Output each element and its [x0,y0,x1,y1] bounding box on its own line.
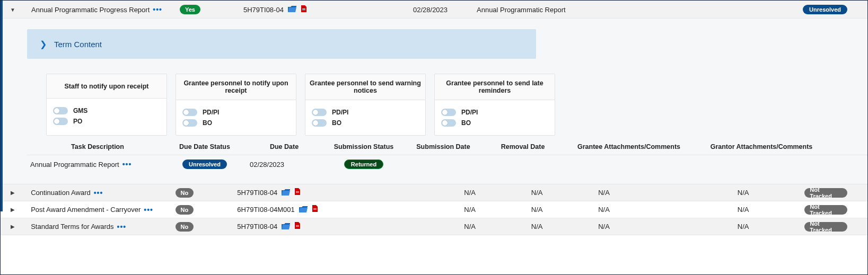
grant-cell: 5H79TI08-04 [237,188,402,197]
more-actions-icon[interactable]: ••• [122,162,132,167]
toggle-pdpi[interactable] [182,109,197,116]
sub-head-dds: Due Date Status [165,143,244,150]
toggle-po[interactable] [53,118,68,125]
toggle-label: BO [203,119,212,127]
pdf-icon[interactable] [294,222,301,231]
type-cell: Annual Programmatic Report [477,6,636,14]
folder-icon[interactable] [282,223,290,231]
term-content-toggle[interactable]: ❯ Term Content [27,29,536,59]
sub-dd: 02/28/2023 [244,161,324,168]
table-row: ▶ Post Award Amendment - Carryover ••• N… [1,201,867,218]
status-badge: Not Tracked [804,222,847,232]
toggle-pdpi[interactable] [441,109,456,116]
term-content-label: Term Content [54,40,102,49]
flag-badge: No [176,222,194,232]
sub-dds: Unresolved [165,159,244,169]
card-grantee-late: Grantee personnel to send late reminders… [434,74,555,136]
card-header: Staff to notify upon receipt [47,74,166,99]
flag-badge: No [176,188,194,198]
card-staff-notify: Staff to notify upon receipt GMS PO [46,74,167,136]
col7-cell: N/A [598,223,738,230]
col5-cell: N/A [531,206,598,214]
chevron-right-icon: ❯ [40,39,47,49]
card-header: Grantee personnel to send late reminders [435,74,555,100]
card-grantee-warning: Grantee personnel to send warn­ing notic… [305,74,426,136]
more-actions-icon[interactable]: ••• [153,7,162,12]
sub-desc: Annual Programmatic Report ••• [27,161,165,168]
folder-icon[interactable] [288,5,296,14]
row-title: Post Award Amendment - Carryover [31,206,141,214]
col5-cell: N/A [531,189,598,197]
toggle-label: PD/PI [203,109,219,116]
sub-head-gac: Grantee Attachments/Comments [563,143,695,150]
col7-cell: N/A [598,206,738,214]
due-date-status-badge: Unresolved [182,159,227,169]
more-actions-icon[interactable]: ••• [117,224,127,229]
status-badge: Unresolved [803,5,847,14]
sub-table-row: Annual Programmatic Report ••• Unresolve… [27,155,867,173]
notification-cards: Staff to notify upon receipt GMS PO Gran… [46,74,867,136]
toggle-bo[interactable] [182,119,197,127]
pdf-icon[interactable] [294,188,301,197]
status-cell: Not Tracked [804,222,863,232]
row-title-cell: Annual Programmatic Progress Report ••• [21,6,180,14]
col5-cell: N/A [531,223,598,230]
sub-ss: Returned [324,159,404,169]
expand-caret[interactable]: ▶ [5,207,20,212]
folder-icon[interactable] [282,189,290,197]
flag-cell: Yes [180,5,243,14]
status-badge: Not Tracked [804,188,847,198]
folder-icon[interactable] [299,206,308,214]
card-header: Grantee personnel to notify upon receipt [176,74,296,100]
row-title: Standard Terms for Awards [31,223,113,230]
row-title-cell: Continuation Award ••• [20,189,175,197]
toggle-label: BO [332,119,341,127]
type-cell: N/A [464,189,531,197]
row-title-cell: Post Award Amendment - Carryover ••• [20,206,175,214]
toggle-bo[interactable] [312,119,327,127]
detail-panel: ❯ Term Content Staff to notify upon rece… [1,19,867,184]
type-cell: N/A [464,206,531,214]
pdf-icon[interactable] [312,205,318,214]
sub-head-grc: Grantor Attachments/Comments [695,143,828,150]
grant-number: 5H79TI08-04 [243,6,284,14]
toggle-gms[interactable] [53,107,68,114]
status-badge: Not Tracked [804,205,847,215]
col6-cell: N/A [738,223,804,230]
col6-cell: N/A [738,189,804,197]
toggle-pdpi[interactable] [312,109,327,116]
date-cell: 02/28/2023 [413,6,477,14]
toggle-bo[interactable] [441,119,456,127]
table-row: ▶ Continuation Award ••• No 5H79TI08-04 … [1,184,867,201]
more-actions-icon[interactable]: ••• [94,190,103,196]
pdf-icon[interactable] [301,5,307,14]
table-row: ▼ Annual Programmatic Progress Report ••… [1,1,867,19]
sub-head-dd: Due Date [244,143,324,150]
flag-cell: No [176,222,238,232]
row-title: Annual Programmatic Progress Report [31,6,150,14]
more-actions-icon[interactable]: ••• [144,207,153,212]
grant-number: 5H79TI08-04 [237,189,277,197]
toggle-label: PD/PI [461,109,478,116]
sub-table-header: Task Description Due Date Status Due Dat… [27,136,867,155]
flag-badge: Yes [180,5,200,14]
sub-head-sd: Submission Date [404,143,483,150]
selection-indicator [1,1,3,211]
sub-desc-text: Annual Programmatic Report [30,161,119,168]
toggle-label: PD/PI [332,109,348,116]
row-title: Continuation Award [31,189,91,197]
flag-badge: No [176,205,194,215]
expand-caret[interactable]: ▶ [5,224,20,229]
card-grantee-notify: Grantee personnel to notify upon receipt… [176,74,296,136]
collapse-caret[interactable]: ▼ [5,7,21,13]
status-cell: Not Tracked [804,188,863,198]
sub-head-ss: Submission Status [324,143,404,150]
status-cell: Not Tracked [804,205,863,215]
grant-number: 6H79TI08-04M001 [237,206,294,214]
toggle-label: PO [73,118,82,125]
status-cell: Unresolved [803,5,863,14]
expand-caret[interactable]: ▶ [5,190,20,196]
grant-cell: 5H79TI08-04 [243,5,413,14]
col6-cell: N/A [738,206,804,214]
table-row: ▶ Standard Terms for Awards ••• No 5H79T… [1,218,867,235]
